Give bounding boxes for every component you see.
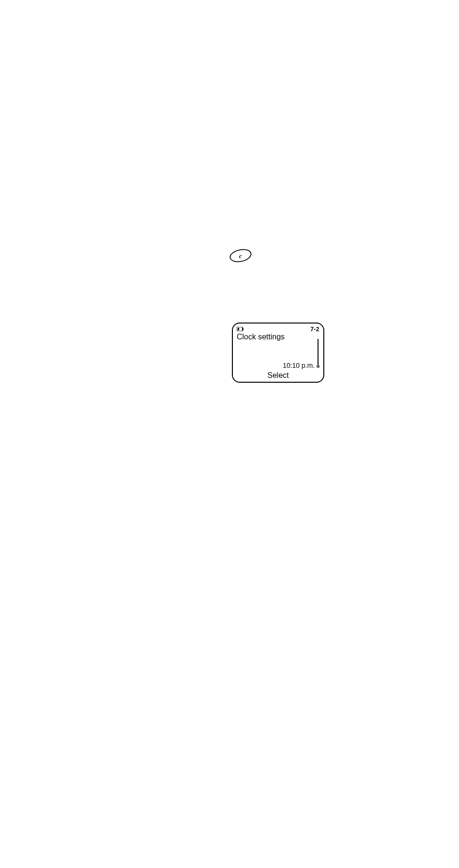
svg-rect-2	[238, 328, 239, 330]
menu-position-indicator: 7-2	[310, 326, 319, 332]
time-value: 10:10 p.m.	[283, 362, 315, 369]
screen-title: Clock settings	[237, 333, 319, 341]
screen-body: 10:10 p.m.	[237, 341, 319, 371]
c-key-button[interactable]: c	[229, 248, 252, 263]
svg-rect-3	[242, 328, 243, 330]
select-softkey[interactable]: Select	[237, 372, 319, 379]
scrollbar	[317, 339, 319, 367]
c-key-label: c	[239, 252, 242, 259]
screen-header: 7-2	[237, 326, 319, 333]
phone-screen: 7-2 Clock settings 10:10 p.m. Select	[232, 323, 324, 383]
svg-rect-1	[237, 327, 242, 331]
battery-icon	[237, 327, 243, 331]
